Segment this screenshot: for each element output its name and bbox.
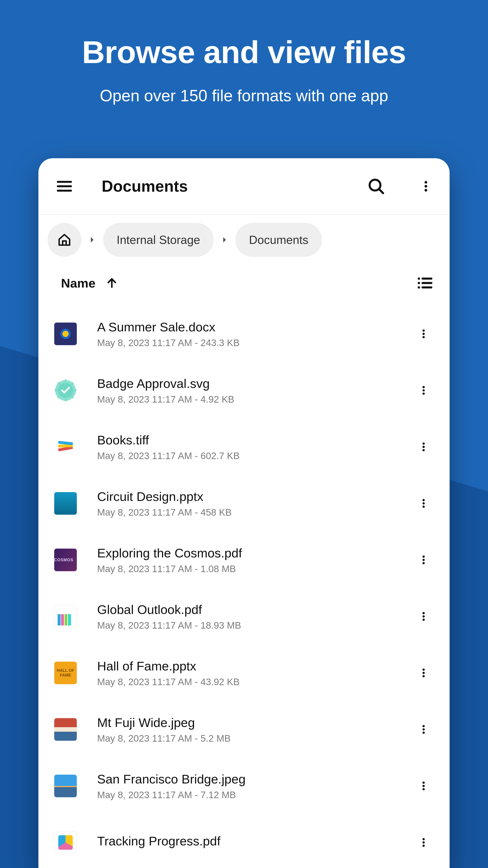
list-item[interactable]: Books.tiff May 8, 2023 11:17 AM - 602.7 …	[54, 418, 441, 475]
svg-point-39	[422, 506, 425, 508]
sort-control[interactable]: Name	[61, 276, 118, 290]
file-text: Badge Approval.svg May 8, 2023 11:17 AM …	[97, 376, 407, 405]
file-list: A Summer Sale.docx May 8, 2023 11:17 AM …	[38, 306, 450, 868]
file-thumbnail	[54, 492, 77, 515]
svg-point-44	[422, 615, 425, 618]
svg-point-56	[422, 841, 425, 844]
svg-point-9	[418, 277, 420, 280]
svg-point-53	[422, 785, 425, 787]
hero: Browse and view files Open over 150 file…	[0, 0, 488, 105]
list-item[interactable]: Mt Fuji Wide.jpeg May 8, 2023 11:17 AM -…	[54, 701, 441, 758]
svg-line-4	[379, 189, 383, 193]
svg-point-6	[424, 185, 427, 188]
breadcrumb-label: Internal Storage	[117, 233, 200, 247]
file-meta: May 8, 2023 11:17 AM - 243.3 KB	[97, 338, 407, 348]
appbar: Documents	[38, 158, 450, 215]
list-item[interactable]: Exploring the Cosmos.pdf May 8, 2023 11:…	[54, 532, 441, 588]
svg-point-28	[422, 386, 425, 388]
svg-point-36	[422, 449, 425, 452]
file-text: Books.tiff May 8, 2023 11:17 AM - 602.7 …	[97, 433, 407, 461]
list-item[interactable]: Circuit Design.pptx May 8, 2023 11:17 AM…	[54, 475, 441, 532]
list-item[interactable]: Badge Approval.svg May 8, 2023 11:17 AM …	[54, 362, 441, 418]
hero-title: Browse and view files	[0, 34, 488, 70]
svg-point-7	[424, 189, 427, 191]
file-name: Books.tiff	[97, 433, 407, 447]
svg-point-16	[422, 333, 425, 335]
item-overflow-icon[interactable]	[414, 719, 434, 740]
list-item[interactable]: A Summer Sale.docx May 8, 2023 11:17 AM …	[54, 306, 441, 362]
svg-point-34	[422, 442, 425, 445]
svg-point-37	[422, 499, 425, 501]
file-text: San Francisco Bridge.jpeg May 8, 2023 11…	[97, 772, 407, 800]
file-text: A Summer Sale.docx May 8, 2023 11:17 AM …	[97, 320, 407, 348]
file-name: Exploring the Cosmos.pdf	[97, 546, 407, 560]
file-meta: May 8, 2023 11:17 AM - 43.92 KB	[97, 677, 407, 687]
file-thumbnail	[54, 549, 77, 571]
item-overflow-icon[interactable]	[414, 437, 434, 457]
svg-point-35	[422, 446, 425, 448]
svg-point-30	[422, 393, 425, 395]
file-meta: May 8, 2023 11:17 AM - 5.2 MB	[97, 733, 407, 744]
svg-point-57	[422, 845, 425, 847]
sort-row: Name	[38, 265, 450, 306]
file-text: Tracking Progress.pdf	[97, 834, 407, 851]
file-text: Hall of Fame.pptx May 8, 2023 11:17 AM -…	[97, 659, 407, 687]
file-meta: May 8, 2023 11:17 AM - 602.7 KB	[97, 451, 407, 461]
svg-point-17	[422, 336, 425, 338]
file-thumbnail	[54, 322, 77, 345]
svg-point-42	[422, 562, 425, 564]
svg-point-5	[424, 181, 427, 184]
breadcrumb-documents[interactable]: Documents	[235, 223, 322, 257]
svg-point-43	[422, 612, 425, 614]
file-meta: May 8, 2023 11:17 AM - 7.12 MB	[97, 789, 407, 800]
svg-point-55	[422, 838, 425, 840]
list-item[interactable]: San Francisco Bridge.jpeg May 8, 2023 11…	[54, 758, 441, 814]
menu-icon[interactable]	[54, 176, 74, 196]
item-overflow-icon[interactable]	[414, 606, 434, 627]
svg-point-45	[422, 619, 425, 621]
breadcrumb-home[interactable]	[47, 223, 81, 257]
appbar-title: Documents	[102, 177, 366, 195]
list-item[interactable]: Global Outlook.pdf May 8, 2023 11:17 AM …	[54, 588, 441, 645]
svg-point-54	[422, 788, 425, 790]
svg-point-50	[422, 728, 425, 731]
item-overflow-icon[interactable]	[414, 663, 434, 683]
item-overflow-icon[interactable]	[414, 493, 434, 514]
search-icon[interactable]	[366, 176, 386, 196]
svg-point-15	[422, 329, 425, 332]
chevron-right-icon	[221, 236, 229, 244]
file-text: Mt Fuji Wide.jpeg May 8, 2023 11:17 AM -…	[97, 715, 407, 744]
file-text: Global Outlook.pdf May 8, 2023 11:17 AM …	[97, 602, 407, 631]
overflow-menu-icon[interactable]	[416, 176, 436, 196]
chevron-right-icon	[88, 236, 96, 244]
item-overflow-icon[interactable]	[414, 324, 434, 344]
item-overflow-icon[interactable]	[414, 380, 434, 401]
file-thumbnail	[54, 831, 77, 854]
item-overflow-icon[interactable]	[414, 550, 434, 570]
sort-label: Name	[61, 276, 96, 290]
breadcrumb-internal-storage[interactable]: Internal Storage	[103, 223, 214, 257]
file-name: Global Outlook.pdf	[97, 602, 407, 617]
svg-point-51	[422, 732, 425, 734]
file-meta: May 8, 2023 11:17 AM - 1.08 MB	[97, 563, 407, 575]
file-name: A Summer Sale.docx	[97, 320, 407, 334]
file-name: San Francisco Bridge.jpeg	[97, 772, 407, 786]
file-name: Circuit Design.pptx	[97, 489, 407, 504]
file-thumbnail	[54, 662, 77, 684]
svg-point-13	[418, 286, 420, 288]
home-icon	[57, 233, 71, 247]
breadcrumb-label: Documents	[249, 233, 308, 247]
item-overflow-icon[interactable]	[414, 776, 434, 796]
list-view-icon[interactable]	[416, 274, 434, 292]
app-frame: Documents Internal Storage	[38, 158, 450, 868]
svg-point-38	[422, 502, 425, 504]
svg-point-11	[418, 282, 420, 284]
list-item[interactable]: Hall of Fame.pptx May 8, 2023 11:17 AM -…	[54, 645, 441, 701]
list-item[interactable]: Tracking Progress.pdf	[54, 814, 441, 868]
file-thumbnail	[54, 436, 77, 458]
file-thumbnail	[54, 605, 77, 628]
item-overflow-icon[interactable]	[414, 832, 434, 852]
file-name: Hall of Fame.pptx	[97, 659, 407, 673]
file-name: Badge Approval.svg	[97, 376, 407, 391]
file-name: Mt Fuji Wide.jpeg	[97, 715, 407, 730]
